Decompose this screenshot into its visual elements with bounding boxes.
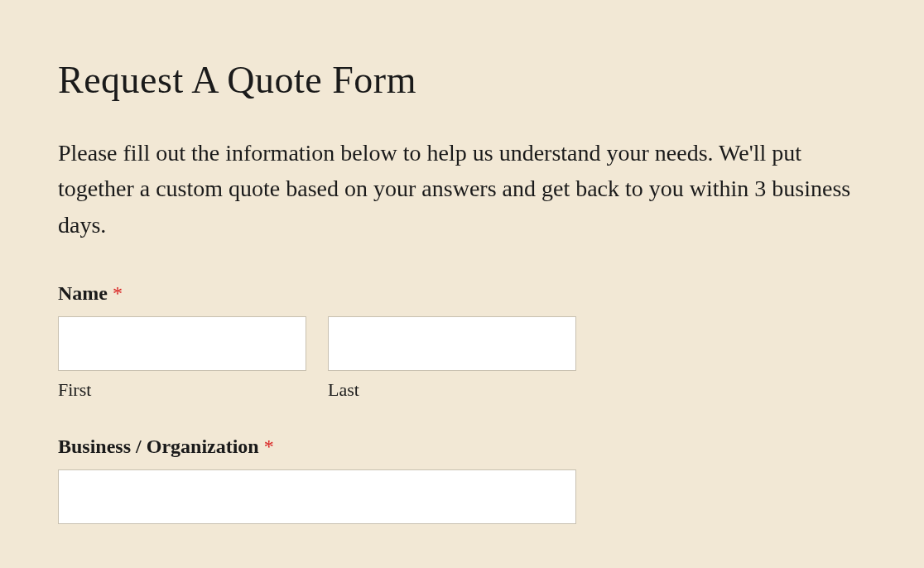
organization-input[interactable] (58, 469, 576, 524)
required-indicator: * (113, 282, 123, 304)
first-name-column: First (58, 316, 306, 401)
name-label-text: Name (58, 282, 113, 304)
first-name-input[interactable] (58, 316, 306, 371)
organization-label: Business / Organization * (58, 436, 866, 458)
name-field-group: Name * First Last (58, 282, 866, 401)
last-name-input[interactable] (328, 316, 576, 371)
last-name-column: Last (328, 316, 576, 401)
name-label: Name * (58, 282, 866, 305)
organization-label-text: Business / Organization (58, 436, 264, 457)
form-title: Request A Quote Form (58, 58, 866, 102)
last-name-sublabel: Last (328, 379, 576, 401)
name-row: First Last (58, 316, 866, 401)
organization-field-group: Business / Organization * (58, 436, 866, 524)
form-description: Please fill out the information below to… (58, 135, 866, 243)
required-indicator: * (264, 436, 274, 457)
first-name-sublabel: First (58, 379, 306, 401)
